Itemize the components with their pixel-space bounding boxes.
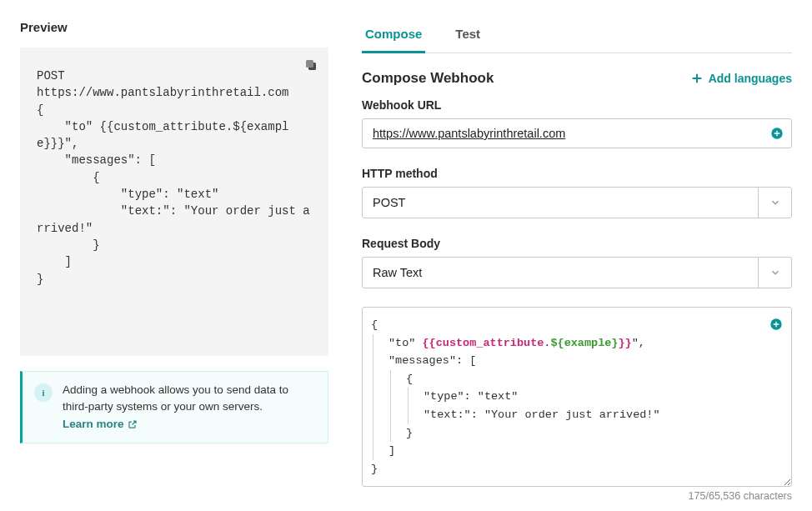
http-method-label: HTTP method: [362, 167, 792, 180]
code-line: "to" {{custom_attribute.${example}}}",: [388, 334, 779, 353]
info-text: Adding a webhook allows you to send data…: [63, 383, 288, 413]
preview-title: Preview: [20, 20, 328, 34]
code-line: }: [371, 460, 779, 478]
code-line: ]: [388, 442, 779, 460]
tab-compose[interactable]: Compose: [362, 20, 425, 53]
preview-panel: POST https://www.pantslabyrinthretail.co…: [20, 48, 328, 356]
request-body-label: Request Body: [362, 237, 792, 250]
webhook-url-label: Webhook URL: [362, 98, 792, 112]
learn-more-link[interactable]: Learn more: [63, 416, 138, 433]
add-url-variable-icon[interactable]: [770, 127, 784, 140]
character-count: 175/65,536 characters: [362, 490, 792, 502]
chevron-down-icon[interactable]: [758, 188, 791, 218]
code-line: "messages": [: [388, 352, 779, 370]
add-body-variable-icon[interactable]: [769, 318, 783, 331]
request-body-type-value: Raw Text: [363, 258, 758, 288]
request-body-editor[interactable]: { "to" {{custom_attribute.${example}}}",…: [362, 307, 792, 487]
code-line: "type": "text": [424, 388, 779, 406]
code-line: }: [406, 424, 779, 443]
add-languages-button[interactable]: Add languages: [690, 72, 792, 85]
svg-rect-1: [306, 60, 313, 68]
tabs: Compose Test: [362, 20, 792, 53]
tab-test[interactable]: Test: [452, 20, 484, 53]
plus-icon: [690, 72, 704, 85]
info-icon: i: [34, 383, 53, 402]
copy-icon[interactable]: [303, 58, 318, 75]
preview-code: POST https://www.pantslabyrinthretail.co…: [37, 68, 312, 288]
compose-heading: Compose Webhook: [362, 70, 494, 87]
external-link-icon: [128, 419, 138, 429]
http-method-value: POST: [363, 188, 758, 218]
http-method-select[interactable]: POST: [362, 187, 792, 218]
webhook-url-input[interactable]: https://www.pantslabyrinthretail.com: [362, 118, 792, 148]
code-line: {: [371, 316, 779, 334]
chevron-down-icon[interactable]: [758, 258, 791, 288]
info-banner: i Adding a webhook allows you to send da…: [20, 371, 328, 443]
code-line: {: [406, 370, 779, 388]
request-body-type-select[interactable]: Raw Text: [362, 257, 792, 288]
code-line: "text:": "Your order just arrived!": [424, 406, 779, 424]
